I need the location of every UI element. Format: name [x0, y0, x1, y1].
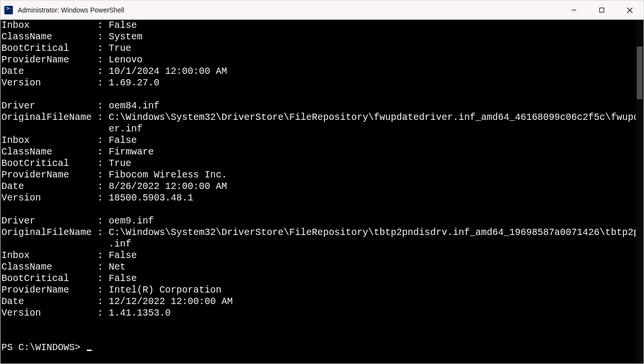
- prompt-line[interactable]: PS C:\WINDOWS>: [1, 342, 636, 353]
- output-line: Date : 12/12/2022 12:00:00 AM: [1, 296, 636, 307]
- output-line: Date : 8/26/2022 12:00:00 AM: [1, 181, 636, 192]
- output-line: Inbox : False: [1, 135, 636, 146]
- output-line: ClassName : Net: [1, 261, 636, 273]
- cursor: [87, 350, 92, 351]
- output-line: Version : 1.69.27.0: [1, 77, 636, 89]
- blank-line: [1, 330, 636, 342]
- output-line: BootCritical : False: [1, 273, 636, 284]
- terminal-area: Inbox : FalseClassName : SystemBootCriti…: [0, 20, 644, 364]
- output-line: OriginalFileName : C:\Windows\System32\D…: [1, 112, 636, 123]
- output-line: ProviderName : Lenovo: [1, 54, 636, 66]
- blank-line: [1, 319, 636, 330]
- close-icon: [627, 7, 633, 13]
- vertical-scrollbar[interactable]: [636, 20, 644, 364]
- output-line-continuation: er.inf: [1, 123, 636, 135]
- output-line: Driver : oem84.inf: [1, 100, 636, 112]
- output-line: Version : 18500.5903.48.1: [1, 192, 636, 204]
- output-line: Version : 1.41.1353.0: [1, 307, 636, 319]
- output-line: Inbox : False: [1, 20, 636, 31]
- output-line: ProviderName : Intel(R) Corporation: [1, 284, 636, 296]
- maximize-icon: [599, 7, 605, 13]
- minimize-icon: [571, 7, 577, 13]
- output-line: BootCritical : True: [1, 158, 636, 169]
- output-line: OriginalFileName : C:\Windows\System32\D…: [1, 227, 636, 238]
- svg-rect-1: [600, 8, 604, 12]
- window-title: Administrator: Windows PowerShell: [18, 6, 124, 14]
- output-line: ClassName : System: [1, 31, 636, 43]
- output-line: BootCritical : True: [1, 43, 636, 54]
- close-button[interactable]: [616, 0, 644, 20]
- powershell-icon: [4, 6, 13, 14]
- output-line-continuation: .inf: [1, 238, 636, 250]
- scrollbar-thumb[interactable]: [637, 47, 643, 99]
- title-bar[interactable]: Administrator: Windows PowerShell: [0, 0, 644, 20]
- terminal-output[interactable]: Inbox : FalseClassName : SystemBootCriti…: [0, 20, 636, 364]
- blank-line: [1, 89, 636, 100]
- maximize-button[interactable]: [588, 0, 616, 20]
- blank-line: [1, 204, 636, 215]
- minimize-button[interactable]: [560, 0, 588, 20]
- prompt-text: PS C:\WINDOWS>: [1, 342, 86, 353]
- app-window: Administrator: Windows PowerShell Inbox …: [0, 0, 644, 364]
- output-line: Driver : oem9.inf: [1, 215, 636, 227]
- output-line: ClassName : Firmware: [1, 146, 636, 158]
- window-controls: [560, 0, 644, 20]
- output-line: Date : 10/1/2024 12:00:00 AM: [1, 66, 636, 77]
- output-line: Inbox : False: [1, 250, 636, 261]
- output-line: ProviderName : Fibocom Wireless Inc.: [1, 169, 636, 181]
